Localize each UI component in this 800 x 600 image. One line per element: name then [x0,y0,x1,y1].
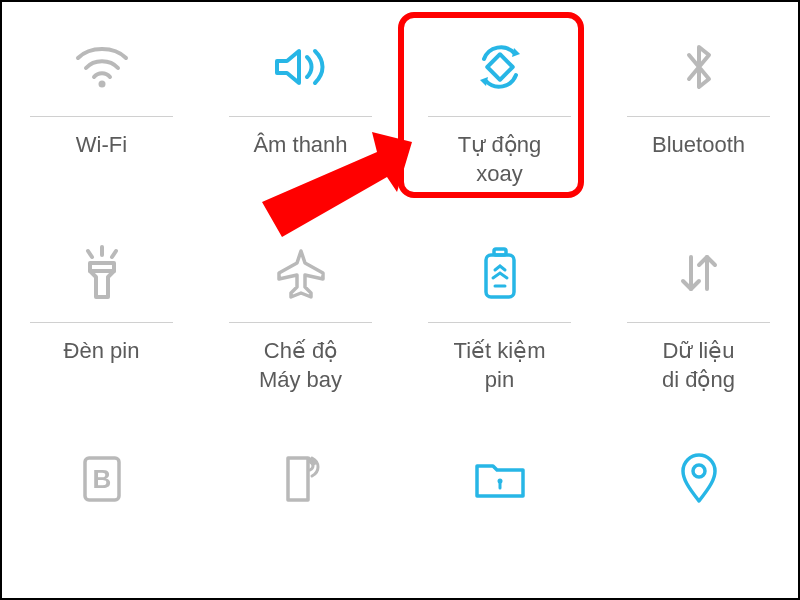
tile-label: Wi-Fi [76,131,127,160]
sound-icon [211,32,390,102]
tile-wifi[interactable]: Wi-Fi [2,2,201,208]
svg-rect-9 [486,255,514,297]
divider [428,116,571,117]
tile-flashlight[interactable]: Đèn pin [2,208,201,414]
tile-label: Bluetooth [652,131,745,160]
tile-hotspot[interactable] [201,414,400,534]
tile-label: Đèn pin [64,337,140,366]
tile-autorotate[interactable]: Tự động xoay [400,2,599,208]
autorotate-icon [410,32,589,102]
tile-label: Dữ liệu di động [662,337,735,394]
airplane-icon [211,238,390,308]
tile-battery-saver[interactable]: Tiết kiệm pin [400,208,599,414]
divider [627,322,770,323]
folder-icon [410,444,589,514]
divider [428,322,571,323]
svg-marker-2 [512,48,520,57]
divider [229,322,372,323]
tile-sound[interactable]: Âm thanh [201,2,400,208]
tile-label: Tự động xoay [458,131,541,188]
bluetooth-icon [609,32,788,102]
tile-location[interactable] [599,414,798,534]
divider [30,322,173,323]
svg-point-16 [693,465,705,477]
divider [627,116,770,117]
tile-airplane[interactable]: Chế độ Máy bay [201,208,400,414]
hotspot-icon [211,444,390,514]
tile-bold[interactable]: B [2,414,201,534]
tile-label: Tiết kiệm pin [454,337,546,394]
svg-marker-3 [480,77,488,86]
tile-label: Chế độ Máy bay [259,337,342,394]
bold-icon: B [12,444,191,514]
svg-point-0 [98,81,105,88]
svg-text:B: B [92,464,111,494]
divider [229,116,372,117]
wifi-icon [12,32,191,102]
tile-label: Âm thanh [253,131,347,160]
svg-rect-1 [487,54,512,79]
svg-line-6 [112,251,116,257]
tile-secure-folder[interactable] [400,414,599,534]
battery-icon [410,238,589,308]
tile-mobile-data[interactable]: Dữ liệu di động [599,208,798,414]
svg-line-5 [88,251,92,257]
location-icon [609,444,788,514]
flashlight-icon [12,238,191,308]
divider [30,116,173,117]
mobile-data-icon [609,238,788,308]
tile-bluetooth[interactable]: Bluetooth [599,2,798,208]
